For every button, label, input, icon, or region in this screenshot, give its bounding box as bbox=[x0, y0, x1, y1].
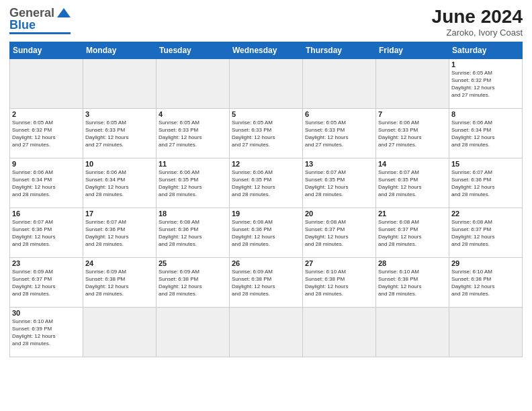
day-number: 20 bbox=[305, 210, 373, 218]
table-row: 20Sunrise: 6:08 AM Sunset: 6:37 PM Dayli… bbox=[303, 208, 376, 257]
day-number: 21 bbox=[378, 210, 447, 218]
calendar-header: Sunday Monday Tuesday Wednesday Thursday… bbox=[10, 42, 523, 58]
day-number: 12 bbox=[232, 160, 300, 168]
day-number: 28 bbox=[378, 259, 447, 267]
col-friday: Friday bbox=[376, 42, 449, 58]
weekday-row: Sunday Monday Tuesday Wednesday Thursday… bbox=[10, 42, 523, 58]
day-info: Sunrise: 6:08 AM Sunset: 6:36 PM Dayligh… bbox=[159, 218, 227, 248]
day-info: Sunrise: 6:08 AM Sunset: 6:37 PM Dayligh… bbox=[378, 218, 447, 248]
logo-triangle-icon bbox=[57, 8, 71, 17]
table-row bbox=[230, 58, 303, 108]
table-row: 19Sunrise: 6:08 AM Sunset: 6:36 PM Dayli… bbox=[230, 208, 303, 257]
table-row: 29Sunrise: 6:10 AM Sunset: 6:38 PM Dayli… bbox=[449, 257, 523, 307]
day-number: 5 bbox=[232, 110, 300, 118]
day-number: 8 bbox=[451, 110, 520, 118]
day-info: Sunrise: 6:09 AM Sunset: 6:38 PM Dayligh… bbox=[159, 268, 227, 298]
table-row bbox=[376, 58, 449, 108]
table-row bbox=[83, 307, 157, 357]
day-info: Sunrise: 6:06 AM Sunset: 6:35 PM Dayligh… bbox=[232, 169, 300, 199]
table-row: 4Sunrise: 6:05 AM Sunset: 6:33 PM Daylig… bbox=[157, 108, 230, 158]
table-row: 6Sunrise: 6:05 AM Sunset: 6:33 PM Daylig… bbox=[303, 108, 376, 158]
day-number: 23 bbox=[12, 259, 81, 267]
day-number: 6 bbox=[305, 110, 373, 118]
day-number: 16 bbox=[12, 210, 81, 218]
day-info: Sunrise: 6:08 AM Sunset: 6:36 PM Dayligh… bbox=[232, 218, 300, 248]
day-info: Sunrise: 6:07 AM Sunset: 6:36 PM Dayligh… bbox=[12, 218, 81, 248]
day-number: 13 bbox=[305, 160, 373, 168]
table-row: 30Sunrise: 6:10 AM Sunset: 6:39 PM Dayli… bbox=[10, 307, 83, 357]
day-info: Sunrise: 6:08 AM Sunset: 6:37 PM Dayligh… bbox=[451, 218, 520, 248]
day-info: Sunrise: 6:09 AM Sunset: 6:38 PM Dayligh… bbox=[232, 268, 300, 298]
day-number: 2 bbox=[12, 110, 81, 118]
table-row: 13Sunrise: 6:07 AM Sunset: 6:35 PM Dayli… bbox=[303, 158, 376, 208]
header: General Blue June 2024 Zaroko, Ivory Coa… bbox=[9, 7, 523, 38]
col-monday: Monday bbox=[83, 42, 157, 58]
table-row: 18Sunrise: 6:08 AM Sunset: 6:36 PM Dayli… bbox=[157, 208, 230, 257]
day-info: Sunrise: 6:05 AM Sunset: 6:33 PM Dayligh… bbox=[232, 119, 300, 149]
day-number: 10 bbox=[85, 160, 154, 168]
day-info: Sunrise: 6:10 AM Sunset: 6:38 PM Dayligh… bbox=[305, 268, 373, 298]
day-number: 24 bbox=[85, 259, 154, 267]
table-row bbox=[157, 307, 230, 357]
table-row: 21Sunrise: 6:08 AM Sunset: 6:37 PM Dayli… bbox=[376, 208, 449, 257]
day-info: Sunrise: 6:05 AM Sunset: 6:33 PM Dayligh… bbox=[159, 119, 227, 149]
location: Zaroko, Ivory Coast bbox=[432, 28, 523, 38]
table-row: 8Sunrise: 6:06 AM Sunset: 6:34 PM Daylig… bbox=[449, 108, 523, 158]
col-tuesday: Tuesday bbox=[157, 42, 230, 58]
table-row: 14Sunrise: 6:07 AM Sunset: 6:35 PM Dayli… bbox=[376, 158, 449, 208]
day-number: 14 bbox=[378, 160, 447, 168]
table-row bbox=[303, 58, 376, 108]
table-row: 2Sunrise: 6:05 AM Sunset: 6:32 PM Daylig… bbox=[10, 108, 83, 158]
day-info: Sunrise: 6:06 AM Sunset: 6:35 PM Dayligh… bbox=[159, 169, 227, 199]
day-number: 9 bbox=[12, 160, 81, 168]
col-wednesday: Wednesday bbox=[230, 42, 303, 58]
table-row bbox=[157, 58, 230, 108]
table-row bbox=[10, 58, 83, 108]
table-row bbox=[449, 307, 523, 357]
table-row: 16Sunrise: 6:07 AM Sunset: 6:36 PM Dayli… bbox=[10, 208, 83, 257]
day-number: 22 bbox=[451, 210, 520, 218]
page: General Blue June 2024 Zaroko, Ivory Coa… bbox=[0, 0, 532, 411]
day-info: Sunrise: 6:09 AM Sunset: 6:38 PM Dayligh… bbox=[85, 268, 154, 298]
day-info: Sunrise: 6:07 AM Sunset: 6:36 PM Dayligh… bbox=[451, 169, 520, 199]
table-row: 1Sunrise: 6:05 AM Sunset: 6:32 PM Daylig… bbox=[449, 58, 523, 108]
calendar-body: 1Sunrise: 6:05 AM Sunset: 6:32 PM Daylig… bbox=[10, 58, 523, 357]
title-area: June 2024 Zaroko, Ivory Coast bbox=[432, 7, 523, 38]
table-row: 5Sunrise: 6:05 AM Sunset: 6:33 PM Daylig… bbox=[230, 108, 303, 158]
day-info: Sunrise: 6:06 AM Sunset: 6:34 PM Dayligh… bbox=[451, 119, 520, 149]
logo-general-text: General bbox=[9, 7, 54, 19]
calendar: Sunday Monday Tuesday Wednesday Thursday… bbox=[9, 42, 523, 357]
day-number: 17 bbox=[85, 210, 154, 218]
day-info: Sunrise: 6:05 AM Sunset: 6:33 PM Dayligh… bbox=[305, 119, 373, 149]
day-number: 30 bbox=[12, 309, 81, 317]
day-info: Sunrise: 6:06 AM Sunset: 6:34 PM Dayligh… bbox=[85, 169, 154, 199]
day-info: Sunrise: 6:05 AM Sunset: 6:32 PM Dayligh… bbox=[12, 119, 81, 149]
day-number: 1 bbox=[451, 60, 520, 68]
day-number: 25 bbox=[159, 259, 227, 267]
day-info: Sunrise: 6:05 AM Sunset: 6:32 PM Dayligh… bbox=[451, 69, 520, 99]
day-number: 19 bbox=[232, 210, 300, 218]
day-info: Sunrise: 6:10 AM Sunset: 6:38 PM Dayligh… bbox=[451, 268, 520, 298]
day-number: 7 bbox=[378, 110, 447, 118]
day-info: Sunrise: 6:06 AM Sunset: 6:33 PM Dayligh… bbox=[378, 119, 447, 149]
day-info: Sunrise: 6:10 AM Sunset: 6:39 PM Dayligh… bbox=[12, 318, 81, 348]
table-row: 12Sunrise: 6:06 AM Sunset: 6:35 PM Dayli… bbox=[230, 158, 303, 208]
table-row: 15Sunrise: 6:07 AM Sunset: 6:36 PM Dayli… bbox=[449, 158, 523, 208]
table-row: 10Sunrise: 6:06 AM Sunset: 6:34 PM Dayli… bbox=[83, 158, 157, 208]
table-row: 17Sunrise: 6:07 AM Sunset: 6:36 PM Dayli… bbox=[83, 208, 157, 257]
day-number: 27 bbox=[305, 259, 373, 267]
table-row: 22Sunrise: 6:08 AM Sunset: 6:37 PM Dayli… bbox=[449, 208, 523, 257]
day-info: Sunrise: 6:07 AM Sunset: 6:35 PM Dayligh… bbox=[378, 169, 447, 199]
table-row: 27Sunrise: 6:10 AM Sunset: 6:38 PM Dayli… bbox=[303, 257, 376, 307]
table-row: 7Sunrise: 6:06 AM Sunset: 6:33 PM Daylig… bbox=[376, 108, 449, 158]
col-saturday: Saturday bbox=[449, 42, 523, 58]
table-row bbox=[83, 58, 157, 108]
table-row: 23Sunrise: 6:09 AM Sunset: 6:37 PM Dayli… bbox=[10, 257, 83, 307]
logo: General Blue bbox=[9, 7, 71, 34]
table-row bbox=[303, 307, 376, 357]
day-number: 11 bbox=[159, 160, 227, 168]
day-info: Sunrise: 6:07 AM Sunset: 6:35 PM Dayligh… bbox=[305, 169, 373, 199]
table-row: 28Sunrise: 6:10 AM Sunset: 6:38 PM Dayli… bbox=[376, 257, 449, 307]
day-number: 29 bbox=[451, 259, 520, 267]
table-row bbox=[230, 307, 303, 357]
